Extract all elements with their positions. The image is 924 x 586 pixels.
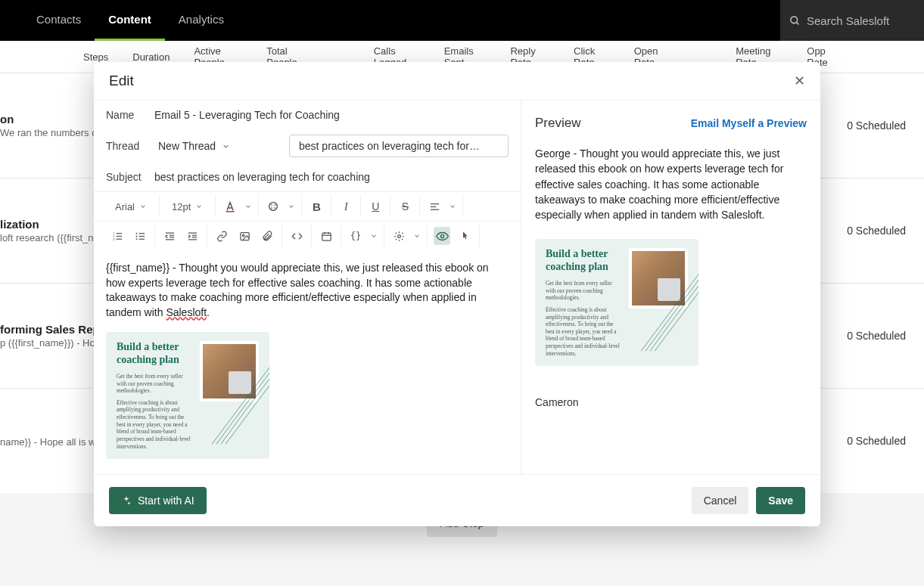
- svg-rect-3: [226, 211, 235, 212]
- ol-icon: 123: [112, 231, 123, 242]
- preview-ebook-card: Build a better coaching plan Get the bes…: [535, 239, 698, 366]
- svg-point-21: [135, 232, 137, 234]
- chevron-down-icon[interactable]: [244, 203, 252, 210]
- preview-pane: Preview Email Myself a Preview George - …: [521, 101, 820, 474]
- start-with-ai-button[interactable]: Start with AI: [109, 487, 207, 514]
- modal-footer: Start with AI Cancel Save: [94, 475, 820, 526]
- ebook-subhead: Get the best from every seller with our …: [546, 280, 621, 302]
- preview-signature: Cameron: [535, 396, 807, 408]
- svg-point-23: [135, 238, 137, 240]
- attachment-button[interactable]: [259, 227, 275, 245]
- svg-point-33: [242, 234, 244, 237]
- thread-subject-preview[interactable]: best practices on leveraging tech for…: [289, 135, 509, 157]
- svg-point-22: [135, 235, 137, 237]
- indent-button[interactable]: [184, 227, 201, 245]
- outdent-icon: [164, 231, 176, 242]
- modal-title: Edit: [109, 73, 134, 89]
- close-icon[interactable]: ✕: [794, 73, 805, 89]
- subject-label: Subject: [106, 171, 147, 183]
- save-button[interactable]: Save: [756, 487, 805, 514]
- pointer-icon: [459, 231, 471, 242]
- chevron-down-icon: [139, 203, 147, 210]
- indent-icon: [187, 231, 198, 242]
- svg-point-7: [271, 207, 272, 209]
- preview-toggle-button[interactable]: [434, 227, 450, 245]
- ebook-photo: [200, 341, 259, 402]
- calendar-button[interactable]: [318, 227, 334, 245]
- eye-icon: [436, 230, 449, 243]
- highlight-button[interactable]: [265, 197, 282, 215]
- font-family-select[interactable]: Arial: [109, 197, 153, 215]
- italic-button[interactable]: I: [338, 197, 354, 215]
- edit-modal: Edit ✕ Name Email 5 - Leveraging Tech fo…: [94, 62, 820, 526]
- calendar-icon: [321, 231, 332, 242]
- strikethrough-button[interactable]: S: [397, 197, 413, 215]
- svg-rect-34: [322, 233, 330, 240]
- link-icon: [216, 231, 228, 242]
- chevron-down-icon[interactable]: [370, 232, 378, 240]
- ebook-subhead: Get the best from every seller with our …: [117, 373, 192, 395]
- editor-toolbar: Arial 12pt: [94, 191, 521, 250]
- svg-point-39: [440, 234, 443, 237]
- paint-icon: [267, 200, 279, 212]
- subject-input[interactable]: best practices on leveraging tech for co…: [154, 168, 509, 186]
- gear-icon: [394, 231, 405, 242]
- text-color-icon: [224, 200, 236, 212]
- font-size-select[interactable]: 12pt: [166, 197, 209, 215]
- outdent-button[interactable]: [161, 227, 178, 245]
- ordered-list-button[interactable]: 123: [109, 227, 126, 245]
- email-body-editor[interactable]: {{first_name}} - Thought you would appre…: [94, 250, 521, 474]
- body-text: {{first_name}} - Thought you would appre…: [106, 262, 489, 318]
- link-button[interactable]: [213, 227, 230, 245]
- dynamic-field-button[interactable]: {}: [347, 227, 364, 245]
- settings-gear-button[interactable]: [390, 227, 407, 245]
- text-color-button[interactable]: [222, 197, 238, 215]
- chevron-down-icon[interactable]: [449, 203, 456, 210]
- code-icon: [291, 231, 303, 242]
- ebook-headline: Build a better coaching plan: [117, 341, 192, 367]
- preview-title: Preview: [535, 116, 580, 131]
- name-label: Name: [106, 109, 147, 121]
- ebook-blurb: Effective coaching is about amplifying p…: [117, 399, 192, 450]
- unordered-list-button[interactable]: [132, 227, 148, 245]
- svg-text:3: 3: [113, 237, 114, 240]
- chevron-down-icon: [222, 142, 230, 150]
- svg-point-6: [274, 204, 275, 206]
- chevron-down-icon: [195, 203, 203, 210]
- click-tracking-button[interactable]: [456, 227, 473, 245]
- ebook-photo: [629, 248, 688, 309]
- paperclip-icon: [262, 231, 273, 242]
- preview-body: George - Thought you would appreciate th…: [535, 146, 807, 222]
- chevron-down-icon[interactable]: [288, 203, 295, 210]
- ebook-headline: Build a better coaching plan: [546, 248, 621, 274]
- ebook-card[interactable]: Build a better coaching plan Get the bes…: [106, 332, 269, 459]
- thread-select[interactable]: New Thread: [154, 138, 234, 154]
- modal-header: Edit ✕: [94, 62, 820, 100]
- cancel-button[interactable]: Cancel: [692, 487, 749, 514]
- image-button[interactable]: [236, 227, 253, 245]
- svg-point-8: [274, 207, 275, 209]
- sparkle-icon: [121, 495, 132, 506]
- name-input[interactable]: Email 5 - Leveraging Tech for Coaching: [154, 106, 509, 124]
- svg-point-5: [271, 204, 272, 206]
- code-button[interactable]: [288, 227, 305, 245]
- ebook-blurb: Effective coaching is about amplifying p…: [546, 306, 621, 357]
- email-preview-link[interactable]: Email Myself a Preview: [691, 117, 807, 129]
- align-button[interactable]: [426, 197, 443, 215]
- ul-icon: [135, 231, 146, 242]
- signature-field: {{My.first_name}}: [106, 473, 509, 474]
- spellcheck-word: Salesloft: [166, 306, 207, 318]
- bold-button[interactable]: B: [308, 197, 325, 215]
- svg-point-4: [269, 203, 278, 211]
- svg-point-38: [397, 234, 400, 237]
- thread-label: Thread: [106, 140, 147, 152]
- image-icon: [239, 231, 250, 242]
- thread-value: New Thread: [158, 140, 216, 152]
- chevron-down-icon[interactable]: [413, 232, 421, 240]
- underline-button[interactable]: U: [367, 197, 384, 215]
- align-left-icon: [429, 201, 440, 212]
- editor-pane: Name Email 5 - Leveraging Tech for Coach…: [94, 101, 521, 474]
